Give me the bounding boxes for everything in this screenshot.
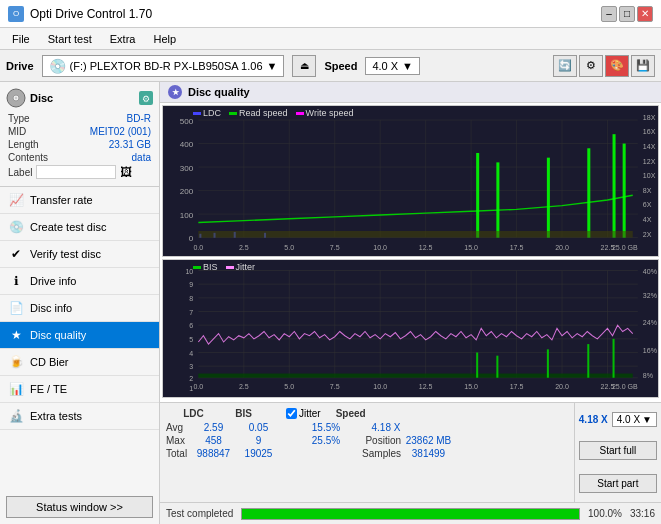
sidebar-item-extra-tests[interactable]: 🔬 Extra tests xyxy=(0,403,159,430)
svg-text:10X: 10X xyxy=(643,173,656,180)
svg-text:200: 200 xyxy=(180,188,194,197)
svg-text:9: 9 xyxy=(189,281,193,290)
speed-value: 4.0 X xyxy=(372,60,398,72)
legend-ldc: LDC xyxy=(193,108,221,118)
sidebar-item-verify-test-disc[interactable]: ✔ Verify test disc xyxy=(0,241,159,268)
sidebar-label-transfer-rate: Transfer rate xyxy=(30,194,93,206)
menu-file[interactable]: File xyxy=(4,31,38,47)
total-ldc: 988847 xyxy=(186,448,241,459)
sidebar-item-disc-info[interactable]: 📄 Disc info xyxy=(0,295,159,322)
svg-text:3: 3 xyxy=(189,363,193,372)
svg-text:400: 400 xyxy=(180,141,194,150)
sidebar-item-transfer-rate[interactable]: 📈 Transfer rate xyxy=(0,187,159,214)
drive-icons: 🔄 ⚙ 🎨 💾 xyxy=(553,55,655,77)
main-layout: Disc ⚙ Type BD-R MID MEIT02 (001) Length… xyxy=(0,82,661,524)
svg-text:12.5: 12.5 xyxy=(419,383,433,392)
disc-header: Disc ⚙ xyxy=(6,88,153,108)
drivebar: Drive 💿 (F:) PLEXTOR BD-R PX-LB950SA 1.0… xyxy=(0,50,661,82)
sidebar-item-create-test-disc[interactable]: 💿 Create test disc xyxy=(0,214,159,241)
svg-text:⚙: ⚙ xyxy=(142,94,150,104)
eject-button[interactable]: ⏏ xyxy=(292,55,316,77)
legend-write-speed: Write speed xyxy=(296,108,354,118)
chart1-legend: LDC Read speed Write speed xyxy=(193,108,353,118)
svg-text:16X: 16X xyxy=(643,128,656,135)
speed-select-dropdown[interactable]: 4.0 X ▼ xyxy=(612,412,657,427)
speed-dropdown[interactable]: 4.0 X ▼ xyxy=(365,57,420,75)
disc-quality-title: Disc quality xyxy=(188,86,250,98)
status-text: Test completed xyxy=(166,508,233,519)
action-buttons-panel: 4.18 X 4.0 X ▼ Start full Start part xyxy=(574,403,661,502)
drive-dropdown[interactable]: 💿 (F:) PLEXTOR BD-R PX-LB950SA 1.06 ▼ xyxy=(42,55,285,77)
start-part-button[interactable]: Start part xyxy=(579,474,657,493)
drive-dropdown-arrow: ▼ xyxy=(267,60,278,72)
svg-text:0: 0 xyxy=(189,235,194,244)
svg-rect-56 xyxy=(623,144,626,238)
chart2-svg: 10 9 8 7 6 5 4 3 2 1 40% 32% 24% 16% 8% xyxy=(163,260,658,397)
menu-help[interactable]: Help xyxy=(145,31,184,47)
sidebar-label-cd-bier: CD Bier xyxy=(30,356,69,368)
legend-jitter: Jitter xyxy=(226,262,256,272)
svg-text:2X: 2X xyxy=(643,231,652,238)
speed-select-value: 4.0 X xyxy=(617,414,640,425)
sidebar-item-fe-te[interactable]: 📊 FE / TE xyxy=(0,376,159,403)
svg-point-2 xyxy=(15,97,17,99)
menu-start-test[interactable]: Start test xyxy=(40,31,100,47)
cd-bier-icon: 🍺 xyxy=(8,354,24,370)
sidebar-label-verify-test-disc: Verify test disc xyxy=(30,248,101,260)
charts-area: LDC Read speed Write speed xyxy=(160,103,661,402)
max-bis: 9 xyxy=(241,435,276,446)
content-area: ★ Disc quality LDC Read speed xyxy=(160,82,661,524)
svg-text:0.0: 0.0 xyxy=(193,383,203,392)
disc-section: Disc ⚙ Type BD-R MID MEIT02 (001) Length… xyxy=(0,82,159,187)
drive-label: Drive xyxy=(6,60,34,72)
svg-text:20.0: 20.0 xyxy=(555,244,569,251)
total-label: Total xyxy=(166,448,186,459)
minimize-button[interactable]: – xyxy=(601,6,617,22)
svg-text:6: 6 xyxy=(189,322,193,331)
progress-area: Test completed 100.0% 33:16 xyxy=(160,502,661,524)
svg-text:500: 500 xyxy=(180,117,194,126)
disc-label-input[interactable] xyxy=(36,165,116,179)
sidebar-item-cd-bier[interactable]: 🍺 CD Bier xyxy=(0,349,159,376)
total-bis: 19025 xyxy=(241,448,276,459)
max-ldc: 458 xyxy=(186,435,241,446)
close-button[interactable]: ✕ xyxy=(637,6,653,22)
avg-ldc: 2.59 xyxy=(186,422,241,433)
maximize-button[interactable]: □ xyxy=(619,6,635,22)
refresh-button[interactable]: 🔄 xyxy=(553,55,577,77)
svg-rect-51 xyxy=(476,153,479,238)
max-jitter: 25.5% xyxy=(296,435,356,446)
svg-text:5.0: 5.0 xyxy=(284,383,294,392)
progress-bar xyxy=(241,508,580,520)
write-speed-color xyxy=(296,112,304,115)
current-speed-display: 4.18 X xyxy=(579,414,608,425)
progress-percent: 100.0% xyxy=(588,508,622,519)
svg-text:10.0: 10.0 xyxy=(373,383,387,392)
sidebar-item-disc-quality[interactable]: ★ Disc quality xyxy=(0,322,159,349)
settings-button[interactable]: ⚙ xyxy=(579,55,603,77)
chart1-svg: 500 400 300 200 100 0 18X 16X 14X 12X 10… xyxy=(163,106,658,256)
bis-header: BIS xyxy=(221,408,266,419)
disc-title: Disc xyxy=(30,92,53,104)
color-button[interactable]: 🎨 xyxy=(605,55,629,77)
disc-label-icon[interactable]: 🖼 xyxy=(120,165,132,179)
status-window-button[interactable]: Status window >> xyxy=(6,496,153,518)
titlebar-left: O Opti Drive Control 1.70 xyxy=(8,6,152,22)
svg-text:7.5: 7.5 xyxy=(330,383,340,392)
svg-text:5.0: 5.0 xyxy=(284,244,294,251)
svg-text:17.5: 17.5 xyxy=(510,244,524,251)
bis-color xyxy=(193,266,201,269)
ldc-color xyxy=(193,112,201,115)
svg-text:8X: 8X xyxy=(643,188,652,195)
start-full-button[interactable]: Start full xyxy=(579,441,657,460)
sidebar-item-drive-info[interactable]: ℹ Drive info xyxy=(0,268,159,295)
sidebar-label-extra-tests: Extra tests xyxy=(30,410,82,422)
speed-display-row: 4.18 X 4.0 X ▼ xyxy=(579,412,657,427)
jitter-checkbox[interactable] xyxy=(286,408,297,419)
menu-extra[interactable]: Extra xyxy=(102,31,144,47)
svg-rect-106 xyxy=(547,350,549,378)
app-title: Opti Drive Control 1.70 xyxy=(30,7,152,21)
save-button[interactable]: 💾 xyxy=(631,55,655,77)
svg-rect-108 xyxy=(613,339,615,378)
titlebar: O Opti Drive Control 1.70 – □ ✕ xyxy=(0,0,661,28)
